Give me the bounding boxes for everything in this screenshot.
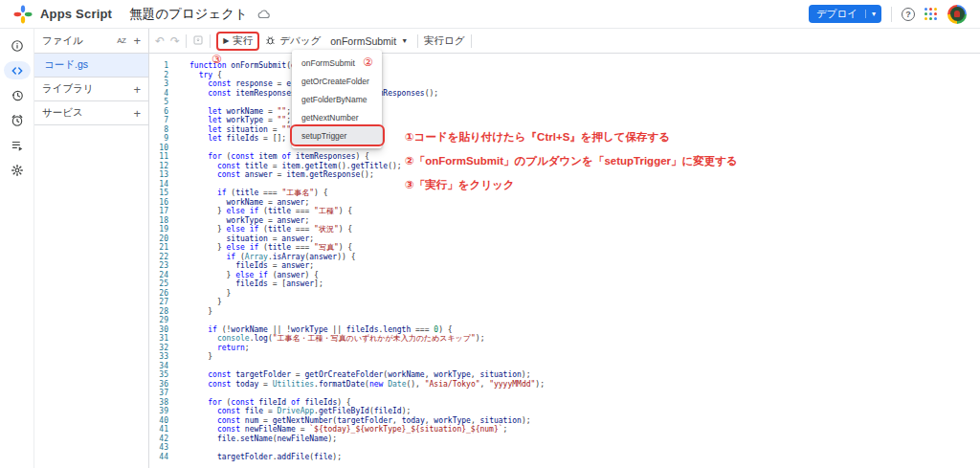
code-editor[interactable]: 1234567891011121314151617181920212223242… [149, 54, 980, 468]
editor-pane: ↶ ↷ ▶ 実行 デバッグ onFormSubmit ▼ [149, 29, 980, 468]
deploy-caret-icon[interactable]: ▾ [865, 10, 881, 18]
sort-files-icon[interactable]: AZ [117, 36, 125, 45]
function-menu-item[interactable]: getFolderByName [292, 90, 382, 108]
code-editor-icon[interactable] [4, 61, 31, 79]
deploy-button[interactable]: デプロイ ▾ [809, 5, 881, 23]
deploy-label: デプロイ [809, 8, 865, 21]
function-menu-item[interactable]: setupTrigger [292, 126, 382, 145]
debug-button[interactable]: デバッグ [265, 34, 321, 48]
execution-log-button[interactable]: 実行ログ [424, 34, 465, 48]
apps-script-ide: Apps Script 無題のプロジェクト デプロイ ▾ ? [0, 0, 980, 468]
files-panel: ファイル AZ + コード.gs ライブラリ + サービス + [34, 29, 149, 468]
app-name: Apps Script [40, 7, 112, 21]
add-service-button[interactable]: + [133, 107, 141, 120]
top-header: Apps Script 無題のプロジェクト デプロイ ▾ ? [0, 0, 980, 29]
overview-info-icon[interactable] [4, 36, 31, 55]
function-select-value: onFormSubmit [330, 35, 396, 47]
user-avatar[interactable] [947, 5, 967, 24]
debug-bug-icon [265, 35, 276, 46]
line-number-gutter: 1234567891011121314151617181920212223242… [149, 54, 176, 468]
apps-script-logo-icon [13, 5, 33, 24]
settings-gear-icon[interactable] [4, 161, 31, 179]
help-icon[interactable]: ? [902, 8, 915, 21]
step2-badge: ② [363, 56, 373, 69]
file-item-code-gs[interactable]: コード.gs [34, 54, 148, 78]
run-button[interactable]: ▶ 実行 [216, 32, 259, 51]
add-file-button[interactable]: + [133, 34, 141, 47]
file-name: コード.gs [44, 58, 88, 72]
services-section: サービス + [34, 101, 148, 125]
function-menu-item[interactable]: getOrCreateFolder [292, 72, 382, 90]
triggers-icon[interactable] [4, 111, 31, 129]
files-panel-title: ファイル [42, 34, 117, 48]
executions-icon[interactable] [4, 136, 31, 154]
left-rail [0, 29, 34, 468]
step3-badge: ③ [212, 53, 222, 66]
add-library-button[interactable]: + [133, 83, 141, 96]
run-label: 実行 [233, 34, 253, 48]
chevron-down-icon: ▼ [401, 37, 408, 44]
execution-log-label: 実行ログ [424, 34, 465, 48]
undo-icon[interactable]: ↶ [155, 35, 165, 47]
instruction-text: ①コードを貼り付けたら『Ctrl+S』を押して保存する [405, 130, 738, 145]
redo-icon[interactable]: ↷ [170, 35, 180, 47]
instruction-text: ③「実行」をクリック [405, 178, 738, 192]
header-divider [891, 7, 892, 22]
editor-toolbar: ↶ ↷ ▶ 実行 デバッグ onFormSubmit ▼ [149, 29, 980, 54]
project-title[interactable]: 無題のプロジェクト [129, 6, 248, 23]
step2-highlight-box [290, 124, 385, 146]
save-project-icon[interactable] [192, 34, 204, 48]
google-apps-grid-icon[interactable] [924, 8, 938, 21]
run-play-icon: ▶ [223, 36, 229, 45]
project-history-icon[interactable] [4, 86, 31, 104]
services-label: サービス [42, 106, 133, 120]
libraries-section: ライブラリ + [34, 78, 148, 101]
function-menu-item[interactable]: getNextNumber [292, 108, 382, 126]
project-status-cloud-icon [257, 8, 271, 21]
function-select[interactable]: onFormSubmit ▼ [326, 35, 412, 47]
instruction-annotations: ①コードを貼り付けたら『Ctrl+S』を押して保存する②「onFormSubmi… [405, 130, 738, 192]
libraries-label: ライブラリ [42, 82, 133, 96]
instruction-text: ②「onFormSubmit」のプルダウンを「setupTrigger」に変更す… [405, 154, 738, 168]
debug-label: デバッグ [279, 34, 321, 48]
